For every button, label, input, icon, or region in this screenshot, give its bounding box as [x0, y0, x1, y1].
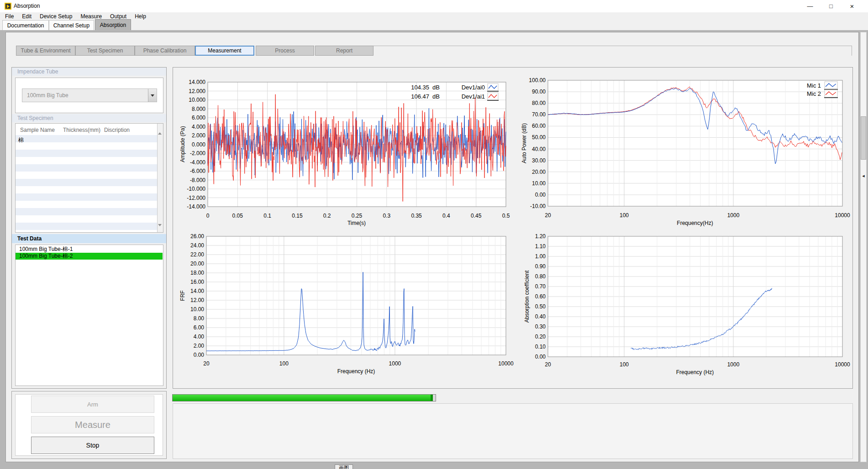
panel-collapse-icon[interactable]: ◀ — [861, 173, 866, 179]
subtab-strip-line — [374, 46, 852, 56]
minimize-button[interactable]: — — [800, 0, 820, 12]
play-icon — [7, 5, 10, 8]
table-row-stripes — [16, 135, 157, 230]
scrollbar-thumb[interactable] — [861, 116, 866, 160]
menu-help[interactable]: Help — [131, 12, 150, 20]
column-thickness: Thickness(mm) — [63, 127, 100, 133]
scroll-up-icon[interactable] — [158, 126, 162, 132]
impedance-tube-dropdown[interactable]: 100mm Big Tube — [22, 89, 157, 102]
subtab-measurement[interactable]: Measurement — [195, 46, 254, 56]
progress-end-cap — [431, 395, 433, 401]
table-scrollbar[interactable] — [157, 124, 163, 232]
bottom-plot-tab[interactable]: 画图 — [335, 464, 353, 469]
test-specimen-header: Test Specimen — [12, 114, 166, 122]
stop-button[interactable]: Stop — [31, 437, 154, 454]
lower-empty-panel — [173, 403, 853, 459]
tab-channel-setup[interactable]: Channel Setup — [49, 20, 94, 30]
bottom-plot-tab-label: 画图 — [339, 465, 349, 469]
vertical-scrollbar[interactable] — [860, 32, 867, 462]
arm-button[interactable]: Arm — [31, 396, 154, 413]
menu-device-setup[interactable]: Device Setup — [36, 12, 76, 20]
tab-absorption[interactable]: Absorption — [95, 19, 131, 30]
subtab-tube-environment[interactable]: Tube & Environment — [16, 46, 75, 56]
column-discription: Discription — [104, 127, 130, 133]
scroll-down-icon[interactable] — [158, 226, 162, 233]
maximize-button[interactable]: □ — [821, 0, 841, 12]
test-data-listbox — [15, 245, 163, 386]
table-row[interactable]: 棉 — [18, 136, 24, 144]
list-item-test-data-1[interactable]: 100mm Big Tube-棉-1 — [16, 246, 163, 253]
measurement-progress-fill — [173, 395, 433, 401]
column-sample-name: Sample Name — [20, 127, 55, 133]
dropdown-arrow-button[interactable] — [148, 89, 157, 102]
menu-file[interactable]: File — [1, 12, 18, 20]
subtab-report[interactable]: Report — [315, 46, 374, 56]
list-item-test-data-2[interactable]: 100mm Big Tube-棉-2 — [16, 253, 163, 260]
impedance-tube-header: Impendace Tube — [12, 68, 166, 76]
subtab-test-specimen[interactable]: Test Specimen — [75, 46, 135, 56]
window-title: Absorption — [14, 3, 40, 9]
app-icon — [5, 3, 11, 10]
subtab-phase-calibration[interactable]: Phase Calibration — [135, 46, 195, 56]
chevron-down-icon — [151, 94, 154, 97]
measure-button[interactable]: Measure — [31, 416, 154, 433]
test-data-header: Test Data — [12, 234, 166, 243]
measurement-progress-bar — [172, 394, 436, 401]
titlebar: Absorption — □ × — [0, 0, 868, 12]
subtab-process[interactable]: Process — [256, 46, 314, 56]
chart-panel — [173, 67, 853, 389]
close-button[interactable]: × — [842, 0, 862, 12]
menu-edit[interactable]: Edit — [18, 12, 36, 20]
tab-documentation[interactable]: Documentation — [2, 20, 49, 30]
